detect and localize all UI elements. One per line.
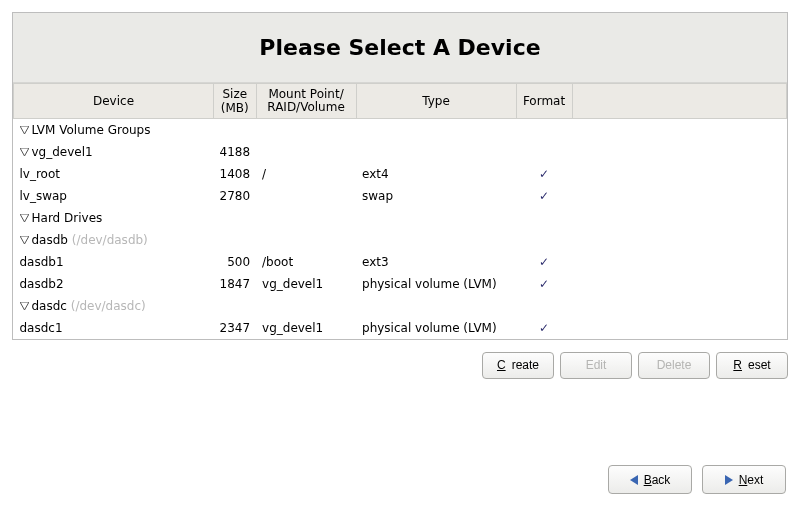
type-cell: physical volume (LVM)	[356, 317, 516, 339]
device-label: dasdb	[32, 233, 68, 247]
table-row[interactable]: dasdc (/dev/dasdc)	[14, 295, 787, 317]
mount-cell	[256, 295, 356, 317]
type-cell	[356, 229, 516, 251]
arrow-right-icon	[725, 475, 733, 485]
type-cell: physical volume (LVM)	[356, 273, 516, 295]
format-cell	[516, 295, 572, 317]
size-cell: 4188	[214, 141, 257, 163]
table-row[interactable]: dasdb21847vg_devel1physical volume (LVM)…	[14, 273, 787, 295]
delete-button[interactable]: Delete	[638, 352, 710, 379]
format-cell	[516, 207, 572, 229]
device-cell: dasdb (/dev/dasdb)	[14, 229, 214, 251]
mount-cell	[256, 119, 356, 141]
device-sublabel: (/dev/dasdc)	[67, 299, 146, 313]
size-cell: 1408	[214, 163, 257, 185]
device-label: Hard Drives	[32, 211, 103, 225]
svg-marker-1	[20, 148, 29, 156]
expander-icon[interactable]	[20, 302, 29, 311]
table-row[interactable]: dasdb1500/bootext3✓	[14, 251, 787, 273]
device-cell: dasdc1	[14, 317, 214, 339]
nav-button-row: Back Next	[608, 465, 786, 494]
size-cell	[214, 119, 257, 141]
mount-cell	[256, 229, 356, 251]
reset-button[interactable]: Reset	[716, 352, 788, 379]
table-row[interactable]: LVM Volume Groups	[14, 119, 787, 141]
mount-cell: /	[256, 163, 356, 185]
format-cell	[516, 119, 572, 141]
svg-marker-3	[20, 236, 29, 244]
mount-cell	[256, 207, 356, 229]
column-mount[interactable]: Mount Point/ RAID/Volume	[256, 84, 356, 119]
table-row[interactable]: Hard Drives	[14, 207, 787, 229]
page-title: Please Select A Device	[13, 35, 787, 60]
expander-icon[interactable]	[20, 126, 29, 135]
mount-cell	[256, 141, 356, 163]
type-cell: ext3	[356, 251, 516, 273]
device-sublabel: (/dev/dasdb)	[68, 233, 148, 247]
back-button[interactable]: Back	[608, 465, 692, 494]
next-button[interactable]: Next	[702, 465, 786, 494]
expander-icon[interactable]	[20, 236, 29, 245]
mount-cell	[256, 185, 356, 207]
type-cell	[356, 295, 516, 317]
table-row[interactable]: lv_swap2780swap✓	[14, 185, 787, 207]
device-cell: dasdb1	[14, 251, 214, 273]
mount-cell: vg_devel1	[256, 317, 356, 339]
size-cell: 500	[214, 251, 257, 273]
device-cell: Hard Drives	[14, 207, 214, 229]
expander-icon[interactable]	[20, 214, 29, 223]
mount-cell: vg_devel1	[256, 273, 356, 295]
table-row[interactable]: dasdb (/dev/dasdb)	[14, 229, 787, 251]
type-cell	[356, 119, 516, 141]
table-row[interactable]: lv_root1408/ext4✓	[14, 163, 787, 185]
checkmark-icon: ✓	[539, 321, 549, 335]
format-cell: ✓	[516, 185, 572, 207]
svg-marker-0	[20, 126, 29, 134]
size-cell	[214, 229, 257, 251]
arrow-left-icon	[630, 475, 638, 485]
table-row[interactable]: dasdc12347vg_devel1physical volume (LVM)…	[14, 317, 787, 339]
device-selector-panel: Please Select A Device Device Size (MB) …	[12, 12, 788, 340]
svg-marker-4	[20, 302, 29, 310]
title-bar: Please Select A Device	[13, 13, 787, 83]
size-cell: 1847	[214, 273, 257, 295]
size-cell	[214, 207, 257, 229]
type-cell: ext4	[356, 163, 516, 185]
checkmark-icon: ✓	[539, 277, 549, 291]
type-cell	[356, 207, 516, 229]
create-button[interactable]: Create	[482, 352, 554, 379]
format-cell: ✓	[516, 163, 572, 185]
device-label: lv_root	[20, 167, 61, 181]
device-cell: lv_swap	[14, 185, 214, 207]
size-cell	[214, 295, 257, 317]
action-button-row: Create Edit Delete Reset	[12, 352, 788, 379]
device-label: dasdb2	[20, 277, 64, 291]
device-label: LVM Volume Groups	[32, 123, 151, 137]
checkmark-icon: ✓	[539, 255, 549, 269]
device-cell: dasdb2	[14, 273, 214, 295]
device-label: dasdc1	[20, 321, 63, 335]
svg-marker-2	[20, 214, 29, 222]
device-cell: LVM Volume Groups	[14, 119, 214, 141]
column-format[interactable]: Format	[516, 84, 572, 119]
device-tree: Device Size (MB) Mount Point/ RAID/Volum…	[13, 83, 787, 339]
column-extra	[572, 84, 786, 119]
checkmark-icon: ✓	[539, 167, 549, 181]
column-size[interactable]: Size (MB)	[214, 84, 257, 119]
device-cell: dasdc (/dev/dasdc)	[14, 295, 214, 317]
table-row[interactable]: vg_devel14188	[14, 141, 787, 163]
edit-button[interactable]: Edit	[560, 352, 632, 379]
format-cell	[516, 141, 572, 163]
checkmark-icon: ✓	[539, 189, 549, 203]
device-label: dasdb1	[20, 255, 64, 269]
column-device[interactable]: Device	[14, 84, 214, 119]
format-cell: ✓	[516, 251, 572, 273]
device-cell: lv_root	[14, 163, 214, 185]
device-label: lv_swap	[20, 189, 67, 203]
device-label: dasdc	[32, 299, 67, 313]
column-type[interactable]: Type	[356, 84, 516, 119]
mount-cell: /boot	[256, 251, 356, 273]
format-cell: ✓	[516, 317, 572, 339]
expander-icon[interactable]	[20, 148, 29, 157]
type-cell	[356, 141, 516, 163]
